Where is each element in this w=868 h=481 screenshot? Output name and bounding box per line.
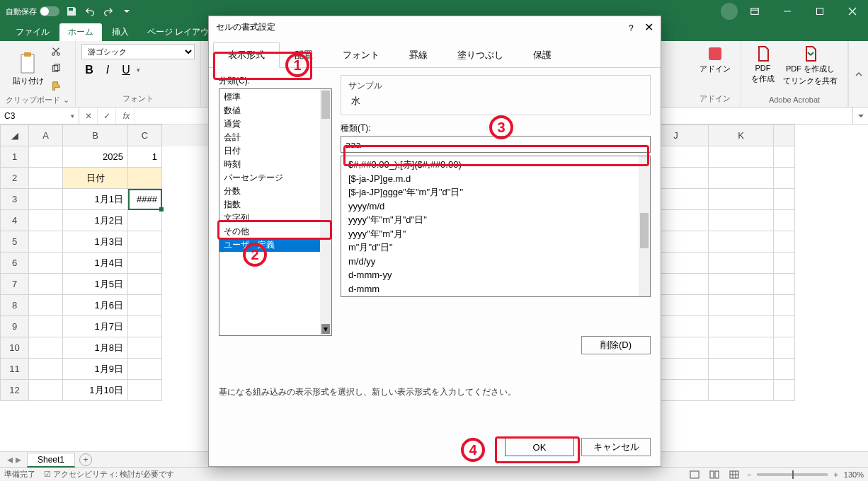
- cell[interactable]: [29, 337, 63, 359]
- autosave-toggle[interactable]: 自動保存: [6, 6, 59, 17]
- cell[interactable]: [709, 295, 774, 316]
- cell[interactable]: 1月5日: [63, 274, 128, 295]
- help-button[interactable]: ?: [629, 23, 634, 33]
- category-item[interactable]: 分数: [219, 185, 331, 198]
- cut-icon[interactable]: [48, 44, 64, 59]
- column-header[interactable]: K: [709, 125, 774, 146]
- cancel-formula-icon[interactable]: ✕: [79, 108, 98, 124]
- enter-formula-icon[interactable]: ✓: [98, 108, 116, 124]
- cell[interactable]: [774, 316, 795, 337]
- cell[interactable]: [774, 210, 795, 231]
- column-header[interactable]: C: [128, 125, 162, 146]
- cell[interactable]: 1月8日: [63, 337, 128, 359]
- cell[interactable]: [709, 274, 774, 295]
- cell[interactable]: [128, 210, 162, 231]
- cell[interactable]: [709, 146, 774, 168]
- font-name-select[interactable]: 游ゴシック: [81, 44, 195, 59]
- cell[interactable]: 1月9日: [63, 359, 128, 380]
- zoom-out-icon[interactable]: −: [747, 470, 751, 479]
- cell[interactable]: [774, 168, 795, 189]
- ok-button[interactable]: OK: [505, 438, 574, 456]
- tab-alignment[interactable]: 配置: [280, 42, 328, 68]
- cell[interactable]: [774, 295, 795, 316]
- cell[interactable]: [29, 231, 63, 253]
- cell[interactable]: [709, 168, 774, 189]
- undo-icon[interactable]: [84, 5, 96, 18]
- type-item[interactable]: yyyy/m/d: [344, 199, 647, 214]
- cell[interactable]: [709, 253, 774, 274]
- save-icon[interactable]: [65, 5, 78, 18]
- cell[interactable]: [128, 168, 162, 189]
- tab-border[interactable]: 罫線: [394, 42, 442, 68]
- type-item[interactable]: $#,##0.00_);[赤]($#,##0.00): [344, 158, 647, 172]
- tab-fill[interactable]: 塗りつぶし: [442, 42, 518, 68]
- add-sheet-button[interactable]: +: [79, 453, 92, 466]
- cell[interactable]: [29, 146, 63, 168]
- ribbon-display-options-icon[interactable]: [739, 0, 770, 23]
- cell[interactable]: 1月7日: [63, 316, 128, 337]
- tab-number-format[interactable]: 表示形式: [213, 42, 280, 68]
- cell[interactable]: [128, 231, 162, 253]
- delete-button[interactable]: 削除(D): [581, 336, 651, 354]
- type-listbox[interactable]: $#,##0.00_);[赤]($#,##0.00)[$-ja-JP]ge.m.…: [341, 156, 651, 297]
- row-header[interactable]: 10: [1, 337, 29, 359]
- category-item[interactable]: その他: [219, 225, 331, 238]
- normal-view-icon[interactable]: [687, 469, 702, 480]
- cell[interactable]: [29, 168, 63, 189]
- cell[interactable]: 1月10日: [63, 380, 128, 401]
- cell[interactable]: [774, 274, 795, 295]
- cell[interactable]: [29, 359, 63, 380]
- italic-button[interactable]: I: [100, 62, 115, 78]
- cell[interactable]: [29, 189, 63, 210]
- paste-button[interactable]: 貼り付け: [11, 50, 45, 88]
- pdf-share-button[interactable]: PDF を作成し てリンクを共有: [779, 44, 842, 88]
- zoom-in-icon[interactable]: +: [833, 470, 838, 479]
- row-header[interactable]: 12: [1, 380, 29, 401]
- cell[interactable]: [29, 274, 63, 295]
- pdf-create-button[interactable]: PDF を作成: [747, 44, 779, 88]
- minimize-button[interactable]: [772, 0, 803, 23]
- cell[interactable]: 2025: [63, 146, 128, 168]
- tab-insert[interactable]: 挿入: [103, 23, 137, 41]
- row-header[interactable]: 6: [1, 253, 29, 274]
- select-all-corner[interactable]: ◢: [1, 125, 29, 146]
- cell[interactable]: 1月6日: [63, 295, 128, 316]
- row-header[interactable]: 1: [1, 146, 29, 168]
- cell[interactable]: [128, 359, 162, 380]
- tab-protection[interactable]: 保護: [518, 42, 566, 68]
- cell[interactable]: [128, 274, 162, 295]
- row-header[interactable]: 3: [1, 189, 29, 210]
- type-item[interactable]: m/d/yy: [344, 255, 647, 269]
- cell[interactable]: [774, 231, 795, 253]
- cell[interactable]: 1月2日: [63, 210, 128, 231]
- column-header[interactable]: B: [63, 125, 128, 146]
- underline-button[interactable]: U: [118, 62, 134, 78]
- cell[interactable]: [29, 380, 63, 401]
- row-header[interactable]: 9: [1, 316, 29, 337]
- cell[interactable]: [128, 295, 162, 316]
- cell[interactable]: [709, 189, 774, 210]
- category-listbox[interactable]: 標準数値通貨会計日付時刻パーセンテージ分数指数文字列その他ユーザー定義 ▾: [219, 88, 332, 336]
- account-icon[interactable]: [721, 3, 738, 20]
- cell[interactable]: 1: [128, 146, 162, 168]
- cell[interactable]: [709, 316, 774, 337]
- close-button[interactable]: [837, 0, 868, 23]
- cell[interactable]: [128, 316, 162, 337]
- cell[interactable]: [774, 253, 795, 274]
- maximize-button[interactable]: [804, 0, 835, 23]
- type-item[interactable]: mmm-yy: [344, 296, 647, 297]
- row-header[interactable]: 7: [1, 274, 29, 295]
- cell[interactable]: 1月3日: [63, 231, 128, 253]
- row-header[interactable]: 8: [1, 295, 29, 316]
- category-item[interactable]: 数値: [219, 104, 331, 117]
- type-item[interactable]: yyyy"年"m"月": [344, 227, 647, 241]
- formula-expand-icon[interactable]: [852, 108, 868, 124]
- tab-file[interactable]: ファイル: [7, 23, 58, 41]
- cell[interactable]: [709, 359, 774, 380]
- name-box[interactable]: C3 ▾: [0, 108, 79, 124]
- dialog-launcher-icon[interactable]: ⌄: [63, 95, 69, 105]
- cell[interactable]: [29, 210, 63, 231]
- type-input[interactable]: [341, 136, 651, 153]
- category-item[interactable]: 指数: [219, 198, 331, 211]
- sheet-nav-prev-icon[interactable]: ◂: [7, 453, 13, 466]
